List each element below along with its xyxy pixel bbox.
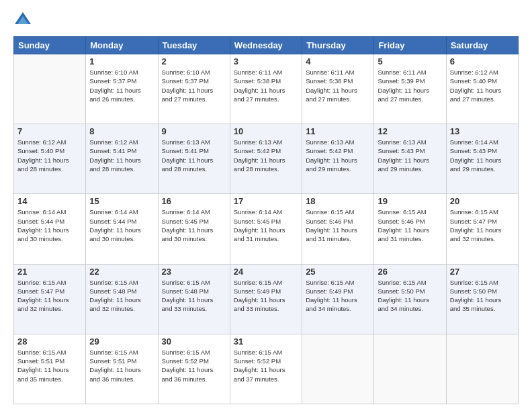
- day-number: 29: [89, 336, 154, 347]
- day-info: Sunrise: 6:13 AM Sunset: 5:43 PM Dayligh…: [378, 138, 442, 173]
- calendar-cell: 24Sunrise: 6:15 AM Sunset: 5:49 PM Dayli…: [230, 264, 302, 334]
- day-info: Sunrise: 6:13 AM Sunset: 5:41 PM Dayligh…: [162, 138, 226, 173]
- calendar-cell: 26Sunrise: 6:15 AM Sunset: 5:50 PM Dayli…: [374, 264, 446, 334]
- day-info: Sunrise: 6:13 AM Sunset: 5:42 PM Dayligh…: [306, 138, 370, 173]
- calendar-cell: 23Sunrise: 6:15 AM Sunset: 5:48 PM Dayli…: [158, 264, 230, 334]
- day-number: 3: [234, 56, 298, 66]
- logo: [13, 11, 35, 30]
- page: SundayMondayTuesdayWednesdayThursdayFrid…: [0, 0, 532, 411]
- calendar-cell: [302, 334, 374, 404]
- calendar-cell: 5Sunrise: 6:11 AM Sunset: 5:39 PM Daylig…: [374, 54, 446, 124]
- calendar-header-monday: Monday: [86, 37, 158, 54]
- calendar-cell: 17Sunrise: 6:14 AM Sunset: 5:45 PM Dayli…: [230, 194, 302, 264]
- day-info: Sunrise: 6:14 AM Sunset: 5:45 PM Dayligh…: [162, 208, 226, 243]
- calendar-row: 14Sunrise: 6:14 AM Sunset: 5:44 PM Dayli…: [14, 194, 519, 264]
- calendar-cell: 31Sunrise: 6:15 AM Sunset: 5:52 PM Dayli…: [230, 334, 302, 404]
- day-info: Sunrise: 6:11 AM Sunset: 5:38 PM Dayligh…: [306, 68, 370, 103]
- calendar-cell: 28Sunrise: 6:15 AM Sunset: 5:51 PM Dayli…: [14, 334, 86, 404]
- calendar-cell: 1Sunrise: 6:10 AM Sunset: 5:37 PM Daylig…: [86, 54, 158, 124]
- day-info: Sunrise: 6:10 AM Sunset: 5:37 PM Dayligh…: [162, 68, 226, 103]
- day-number: 18: [306, 196, 370, 206]
- day-number: 8: [89, 126, 154, 136]
- calendar-row: 28Sunrise: 6:15 AM Sunset: 5:51 PM Dayli…: [14, 334, 519, 404]
- calendar-cell: 7Sunrise: 6:12 AM Sunset: 5:40 PM Daylig…: [14, 124, 86, 194]
- day-number: 19: [378, 196, 442, 206]
- calendar-cell: [374, 334, 446, 404]
- day-info: Sunrise: 6:13 AM Sunset: 5:42 PM Dayligh…: [234, 138, 298, 173]
- day-number: 11: [306, 126, 370, 136]
- day-number: 23: [162, 267, 226, 277]
- calendar-row: 21Sunrise: 6:15 AM Sunset: 5:47 PM Dayli…: [14, 264, 519, 334]
- day-info: Sunrise: 6:15 AM Sunset: 5:51 PM Dayligh…: [17, 348, 82, 383]
- day-number: 27: [450, 267, 515, 277]
- day-info: Sunrise: 6:12 AM Sunset: 5:40 PM Dayligh…: [17, 138, 82, 173]
- day-info: Sunrise: 6:14 AM Sunset: 5:44 PM Dayligh…: [17, 208, 82, 243]
- day-info: Sunrise: 6:15 AM Sunset: 5:46 PM Dayligh…: [378, 208, 442, 243]
- day-info: Sunrise: 6:15 AM Sunset: 5:47 PM Dayligh…: [450, 208, 515, 243]
- calendar-cell: 11Sunrise: 6:13 AM Sunset: 5:42 PM Dayli…: [302, 124, 374, 194]
- calendar-header-thursday: Thursday: [302, 37, 374, 54]
- calendar-cell: 21Sunrise: 6:15 AM Sunset: 5:47 PM Dayli…: [14, 264, 86, 334]
- calendar-cell: 12Sunrise: 6:13 AM Sunset: 5:43 PM Dayli…: [374, 124, 446, 194]
- calendar-cell: 19Sunrise: 6:15 AM Sunset: 5:46 PM Dayli…: [374, 194, 446, 264]
- calendar-cell: 22Sunrise: 6:15 AM Sunset: 5:48 PM Dayli…: [86, 264, 158, 334]
- calendar-cell: [14, 54, 86, 124]
- day-number: 16: [162, 196, 226, 206]
- calendar-row: 1Sunrise: 6:10 AM Sunset: 5:37 PM Daylig…: [14, 54, 519, 124]
- calendar-header-sunday: Sunday: [14, 37, 86, 54]
- day-info: Sunrise: 6:15 AM Sunset: 5:52 PM Dayligh…: [234, 348, 298, 383]
- calendar-cell: 8Sunrise: 6:12 AM Sunset: 5:41 PM Daylig…: [86, 124, 158, 194]
- day-number: 6: [450, 56, 515, 66]
- day-info: Sunrise: 6:15 AM Sunset: 5:46 PM Dayligh…: [306, 208, 370, 243]
- day-info: Sunrise: 6:15 AM Sunset: 5:50 PM Dayligh…: [450, 278, 515, 314]
- day-number: 15: [89, 196, 154, 206]
- day-number: 31: [234, 336, 298, 347]
- calendar-header-row: SundayMondayTuesdayWednesdayThursdayFrid…: [14, 37, 519, 54]
- logo-icon: [13, 11, 32, 30]
- calendar-cell: 9Sunrise: 6:13 AM Sunset: 5:41 PM Daylig…: [158, 124, 230, 194]
- calendar-cell: 10Sunrise: 6:13 AM Sunset: 5:42 PM Dayli…: [230, 124, 302, 194]
- calendar-cell: 3Sunrise: 6:11 AM Sunset: 5:38 PM Daylig…: [230, 54, 302, 124]
- day-info: Sunrise: 6:12 AM Sunset: 5:40 PM Dayligh…: [450, 68, 515, 103]
- day-info: Sunrise: 6:15 AM Sunset: 5:51 PM Dayligh…: [89, 348, 154, 383]
- day-info: Sunrise: 6:11 AM Sunset: 5:39 PM Dayligh…: [378, 68, 442, 103]
- calendar-cell: 13Sunrise: 6:14 AM Sunset: 5:43 PM Dayli…: [446, 124, 518, 194]
- calendar-cell: 29Sunrise: 6:15 AM Sunset: 5:51 PM Dayli…: [86, 334, 158, 404]
- day-number: 4: [306, 56, 370, 66]
- day-number: 2: [162, 56, 226, 66]
- day-number: 30: [162, 336, 226, 347]
- calendar-cell: 30Sunrise: 6:15 AM Sunset: 5:52 PM Dayli…: [158, 334, 230, 404]
- calendar-cell: 27Sunrise: 6:15 AM Sunset: 5:50 PM Dayli…: [446, 264, 518, 334]
- calendar-header-tuesday: Tuesday: [158, 37, 230, 54]
- day-info: Sunrise: 6:15 AM Sunset: 5:50 PM Dayligh…: [378, 278, 442, 314]
- calendar-cell: 20Sunrise: 6:15 AM Sunset: 5:47 PM Dayli…: [446, 194, 518, 264]
- day-number: 25: [306, 267, 370, 277]
- day-number: 14: [17, 196, 82, 206]
- day-info: Sunrise: 6:15 AM Sunset: 5:49 PM Dayligh…: [234, 278, 298, 314]
- calendar-header-friday: Friday: [374, 37, 446, 54]
- calendar-header-saturday: Saturday: [446, 37, 518, 54]
- day-number: 1: [89, 56, 154, 66]
- day-number: 12: [378, 126, 442, 136]
- day-info: Sunrise: 6:15 AM Sunset: 5:47 PM Dayligh…: [17, 278, 82, 314]
- day-info: Sunrise: 6:10 AM Sunset: 5:37 PM Dayligh…: [89, 68, 154, 103]
- calendar-cell: [446, 334, 518, 404]
- day-number: 9: [162, 126, 226, 136]
- day-info: Sunrise: 6:11 AM Sunset: 5:38 PM Dayligh…: [234, 68, 298, 103]
- day-number: 17: [234, 196, 298, 206]
- day-info: Sunrise: 6:12 AM Sunset: 5:41 PM Dayligh…: [89, 138, 154, 173]
- header: [13, 11, 519, 30]
- calendar-header-wednesday: Wednesday: [230, 37, 302, 54]
- day-number: 13: [450, 126, 515, 136]
- calendar-cell: 6Sunrise: 6:12 AM Sunset: 5:40 PM Daylig…: [446, 54, 518, 124]
- day-number: 22: [89, 267, 154, 277]
- day-info: Sunrise: 6:14 AM Sunset: 5:43 PM Dayligh…: [450, 138, 515, 173]
- day-number: 21: [17, 267, 82, 277]
- calendar-table: SundayMondayTuesdayWednesdayThursdayFrid…: [13, 36, 519, 404]
- day-info: Sunrise: 6:15 AM Sunset: 5:48 PM Dayligh…: [89, 278, 154, 314]
- day-number: 28: [17, 336, 82, 347]
- day-info: Sunrise: 6:15 AM Sunset: 5:49 PM Dayligh…: [306, 278, 370, 314]
- day-number: 10: [234, 126, 298, 136]
- calendar-cell: 14Sunrise: 6:14 AM Sunset: 5:44 PM Dayli…: [14, 194, 86, 264]
- day-info: Sunrise: 6:14 AM Sunset: 5:44 PM Dayligh…: [89, 208, 154, 243]
